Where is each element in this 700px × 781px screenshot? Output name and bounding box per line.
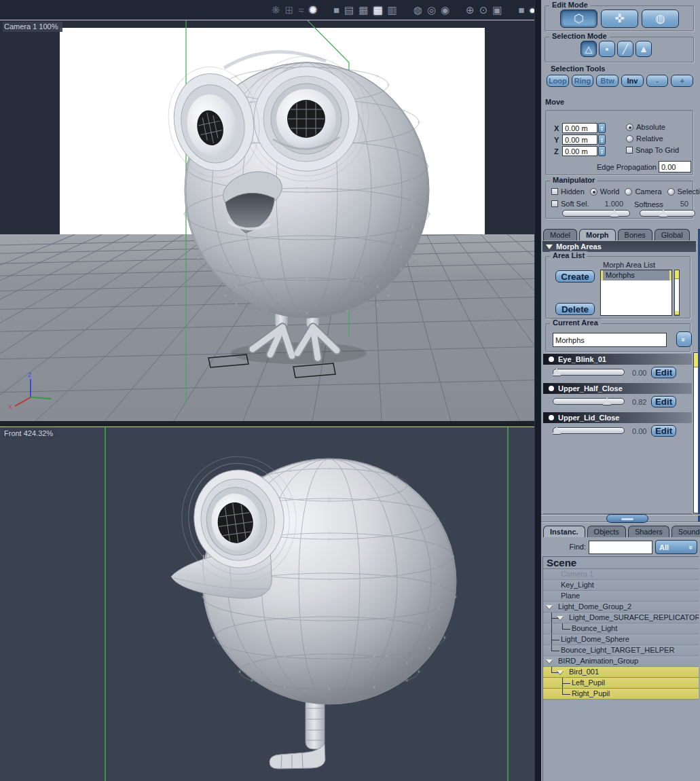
- move-y-field[interactable]: [562, 134, 597, 145]
- hidden-checkbox[interactable]: [551, 188, 558, 195]
- manipulator-mode-button[interactable]: ✜: [601, 10, 638, 28]
- shaded-cube-icon[interactable]: ■: [518, 5, 524, 15]
- morph-slider-eye-blink-01[interactable]: [553, 369, 625, 376]
- tree-row-bounce-light-target-helper[interactable]: Bounce_Light_TARGET_HELPER: [543, 645, 699, 656]
- hidden-option[interactable]: Hidden: [551, 187, 585, 196]
- area-list-item[interactable]: Morhphs: [601, 270, 671, 280]
- up-axis-icon[interactable]: ⊕: [466, 5, 475, 15]
- wireframe-cube-icon[interactable]: ▣: [492, 5, 502, 15]
- edge-propagation-field[interactable]: [659, 161, 691, 172]
- layout-single-icon[interactable]: ■: [333, 5, 339, 15]
- create-button[interactable]: Create: [555, 270, 595, 283]
- camera-radio[interactable]: [625, 188, 632, 196]
- front-view-canvas[interactable]: [0, 427, 534, 781]
- find-filter-dropdown[interactable]: All »: [655, 540, 697, 554]
- selection-option[interactable]: Selection: [667, 187, 700, 196]
- soft-sel-checkbox[interactable]: [551, 200, 558, 207]
- morph-row-header[interactable]: Upper_Lid_Close: [543, 412, 692, 423]
- tab-model[interactable]: Model: [543, 229, 577, 240]
- orbit-view-icon[interactable]: ⊙: [479, 5, 488, 15]
- tab-bones[interactable]: Bones: [618, 229, 652, 240]
- tree-row-left-pupil[interactable]: Left_Pupil: [543, 678, 699, 689]
- compass-gizmo-icon[interactable]: ✺: [308, 5, 317, 15]
- vertex-mode-button[interactable]: △: [581, 41, 597, 57]
- area-list-scroll-thumb[interactable]: [675, 270, 679, 279]
- world-radio[interactable]: [590, 188, 597, 196]
- current-area-dropdown-button[interactable]: »: [676, 331, 692, 347]
- tree-row-key-light[interactable]: Key_Light: [543, 580, 699, 591]
- layout-grid-icon[interactable]: ▦: [358, 5, 368, 15]
- move-x-field[interactable]: [562, 123, 597, 133]
- relative-radio[interactable]: [626, 135, 633, 143]
- viewport-camera[interactable]: Camera 1 100%: [0, 20, 534, 421]
- camera-view-canvas[interactable]: Z X: [0, 20, 534, 421]
- tree-row-bounce-light[interactable]: Bounce_Light: [543, 623, 699, 634]
- absolute-radio[interactable]: [626, 124, 633, 131]
- polygon-mode-button[interactable]: ▲: [635, 41, 652, 57]
- move-z-stepper[interactable]: ▲▼: [598, 146, 606, 156]
- sphere-deform-button[interactable]: ◍: [642, 10, 679, 28]
- relative-option[interactable]: Relative: [626, 134, 679, 143]
- selection-tool--button[interactable]: -: [646, 75, 669, 87]
- expander-icon[interactable]: [557, 670, 564, 674]
- soft-sel-slider[interactable]: [562, 210, 630, 217]
- layout-rows-icon[interactable]: ▤: [344, 5, 354, 15]
- morph-slider-upper-half-close[interactable]: [553, 398, 625, 405]
- multi-sphere-icon[interactable]: ◉: [441, 5, 449, 15]
- soft-sel-option[interactable]: Soft Sel.: [551, 200, 589, 208]
- layout-quad-icon[interactable]: ▦: [373, 5, 382, 15]
- tree-row-bird-animation-group[interactable]: BIRD_Animation_Group: [543, 656, 699, 667]
- bird-model-front[interactable]: [171, 449, 457, 769]
- splitter-handle[interactable]: [606, 514, 648, 523]
- edit-button-upper-lid-close[interactable]: Edit: [651, 425, 676, 437]
- ortho-sphere-icon[interactable]: ◎: [427, 5, 436, 15]
- collapse-triangle-icon[interactable]: [546, 244, 553, 249]
- morph-areas-bar[interactable]: Morph Areas: [542, 241, 696, 252]
- tab-objects[interactable]: Objects: [587, 526, 626, 537]
- selection-tool-loop-button[interactable]: Loop: [547, 75, 569, 87]
- point-mode-button[interactable]: ▪: [599, 41, 615, 57]
- edit-button-eye-blink-01[interactable]: Edit: [651, 367, 676, 378]
- delete-button[interactable]: Delete: [555, 303, 595, 315]
- panel-splitter-vertical[interactable]: [534, 0, 541, 781]
- find-input[interactable]: [589, 541, 652, 554]
- selection-tool--button[interactable]: +: [671, 75, 693, 87]
- expander-icon[interactable]: [557, 616, 564, 620]
- tree-row-light-dome-group-2[interactable]: Light_Dome_Group_2: [543, 602, 699, 613]
- viewport-front[interactable]: Front 424.32%: [0, 426, 534, 781]
- mesh-edit-button[interactable]: ⬡: [560, 10, 597, 28]
- tab-shaders[interactable]: Shaders: [628, 526, 669, 537]
- transform-tool-icon[interactable]: ❋: [272, 5, 280, 15]
- camera-option[interactable]: Camera: [625, 187, 661, 196]
- perspective-sphere-icon[interactable]: ◍: [413, 5, 422, 15]
- selection-tool-ring-button[interactable]: Ring: [572, 75, 594, 87]
- snap-to-grid-option[interactable]: Snap To Grid: [626, 146, 679, 154]
- tree-row-right-pupil[interactable]: Right_Pupil: [543, 689, 699, 700]
- expander-icon[interactable]: [546, 605, 553, 609]
- move-x-stepper[interactable]: ▲▼: [598, 123, 606, 133]
- selection-tool-inv-button[interactable]: Inv: [621, 75, 644, 87]
- viewport-divider[interactable]: [0, 421, 534, 426]
- current-area-field[interactable]: [553, 333, 667, 347]
- hierarchy-tool-icon[interactable]: ⊞: [285, 5, 294, 15]
- tree-row-light-dome-surafce-replicator[interactable]: Light_Dome_SURAFCE_REPLICATOR: [543, 613, 699, 623]
- tree-row-plane[interactable]: Plane: [543, 591, 699, 602]
- tab-sounds[interactable]: Sounds: [671, 526, 700, 537]
- tab-morph[interactable]: Morph: [579, 229, 616, 240]
- snap-to-grid-checkbox[interactable]: [626, 147, 633, 153]
- expander-icon[interactable]: [546, 659, 553, 664]
- mesh-tool-icon[interactable]: ≈: [298, 5, 303, 15]
- edge-mode-button[interactable]: ╱: [617, 41, 633, 57]
- layout-mixed-icon[interactable]: ▥: [388, 5, 397, 15]
- edit-button-upper-half-close[interactable]: Edit: [651, 396, 676, 407]
- softness-slider[interactable]: [640, 210, 695, 217]
- morph-row-header[interactable]: Eye_Blink_01: [543, 354, 692, 365]
- tab-global[interactable]: Global: [655, 229, 690, 240]
- selection-radio[interactable]: [667, 188, 675, 196]
- morph-slider-upper-lid-close[interactable]: [553, 427, 625, 434]
- absolute-option[interactable]: Absolute: [626, 123, 679, 131]
- selection-tool-btw-button[interactable]: Btw: [596, 75, 619, 87]
- tree-row-light-dome-sphere[interactable]: Light_Dome_Sphere: [543, 634, 699, 645]
- morph-area-listbox[interactable]: Morhphs: [600, 270, 672, 316]
- tree-row-camera-1[interactable]: Camera 1: [543, 569, 699, 580]
